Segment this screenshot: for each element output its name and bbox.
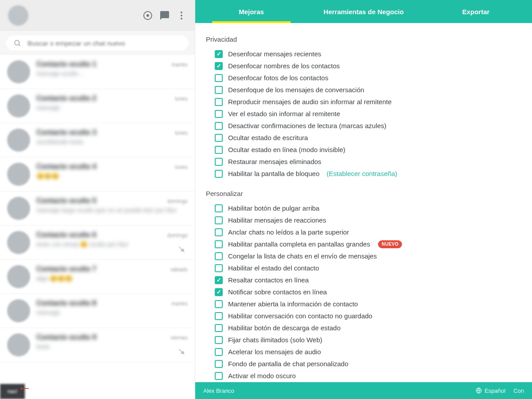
checkbox[interactable]: [215, 98, 223, 106]
checkbox[interactable]: [215, 336, 223, 344]
chat-item[interactable]: Contacto oculto 6domingotexto con emoji …: [0, 226, 195, 260]
option-row[interactable]: Ver el estado sin informar al remitente: [215, 109, 519, 118]
footer-share-label: Con: [513, 387, 524, 394]
option-row[interactable]: Ocultar estado de escritura: [215, 133, 519, 142]
option-row[interactable]: Resaltar contactos en línea: [215, 275, 519, 285]
checkbox[interactable]: [215, 134, 223, 142]
tab-bar: Mejoras Herramientas de Negocio Exportar: [195, 0, 532, 23]
checkbox[interactable]: [215, 348, 223, 356]
chat-avatar: [7, 163, 30, 186]
chat-item[interactable]: Contacto oculto 3lunesescribiendo texto: [0, 123, 195, 157]
option-row[interactable]: Restaurar mensajes eliminados: [215, 157, 519, 166]
option-row[interactable]: Habilitar botón de descarga de estado: [215, 323, 519, 332]
option-row[interactable]: Ocultar estado en línea (modo invisible): [215, 145, 519, 154]
footer-language[interactable]: Español: [476, 387, 505, 394]
checkbox[interactable]: [215, 360, 223, 368]
option-row[interactable]: Mantener abierta la información de conta…: [215, 299, 519, 309]
option-row[interactable]: Anclar chats no leídos a la parte superi…: [215, 227, 519, 237]
checkbox[interactable]: [215, 170, 223, 178]
chat-item[interactable]: Contacto oculto 1martesmensaje oculto …: [0, 55, 195, 89]
checkbox[interactable]: [215, 228, 223, 236]
option-row[interactable]: Notificar sobre contactos en línea: [215, 287, 519, 297]
option-label: Habilitar la pantalla de bloqueo: [228, 169, 319, 178]
checkbox[interactable]: [215, 264, 223, 272]
search-input[interactable]: [28, 39, 181, 47]
checkbox[interactable]: [215, 288, 223, 296]
settings-scroll: Privacidad Desenfocar mensajes recientes…: [195, 23, 532, 382]
option-row[interactable]: Acelerar los mensajes de audio: [215, 347, 519, 356]
status-icon[interactable]: [142, 10, 153, 21]
checkbox[interactable]: [215, 372, 223, 380]
option-label: Habilitar conversación con contacto no g…: [228, 311, 372, 321]
new-badge: NUEVO: [378, 240, 402, 248]
checkbox[interactable]: [215, 158, 223, 166]
option-row[interactable]: Desenfoque de los mensajes de conversaci…: [215, 85, 519, 94]
chat-preview: mensaje largo oculto que no se puede lee…: [36, 207, 188, 214]
option-row[interactable]: Habilitar botón de pulgar arriba: [215, 203, 519, 213]
option-row[interactable]: Habilitar pantalla completa en pantallas…: [215, 239, 519, 249]
checkbox[interactable]: [215, 50, 223, 58]
chat-avatar: [7, 129, 30, 152]
option-link[interactable]: (Establecer contraseña): [327, 169, 397, 178]
option-row[interactable]: Desenfocar nombres de los contactos: [215, 61, 519, 70]
option-label: Activar el modo oscuro: [228, 371, 296, 380]
option-row[interactable]: Habilitar conversación con contacto no g…: [215, 311, 519, 321]
chat-list: Contacto oculto 1martesmensaje oculto …C…: [0, 55, 195, 399]
option-row[interactable]: Congelar la lista de chats en el envío d…: [215, 251, 519, 261]
footer-author: Alex Branco: [203, 387, 234, 394]
tab-improvements[interactable]: Mejoras: [195, 0, 307, 23]
menu-icon[interactable]: [176, 10, 187, 21]
chat-item[interactable]: Contacto oculto 2lunesmensaje: [0, 89, 195, 123]
checkbox[interactable]: [215, 312, 223, 320]
chat-item[interactable]: Contacto oculto 8martesmensaje: [0, 294, 195, 328]
option-row[interactable]: Desenfocar mensajes recientes: [215, 49, 519, 59]
option-row[interactable]: Activar el modo oscuro: [215, 371, 519, 380]
tab-label: Exportar: [462, 8, 490, 16]
option-label: Habilitar botón de descarga de estado: [228, 323, 341, 332]
checkbox[interactable]: [215, 86, 223, 94]
option-label: Fijar chats ilimitados (solo Web): [228, 335, 322, 344]
checkbox[interactable]: [215, 74, 223, 82]
chat-time: sábado: [170, 266, 188, 273]
chat-item[interactable]: Contacto oculto 9viernestexto: [0, 328, 195, 362]
footer-share[interactable]: Con: [513, 387, 524, 394]
checkbox[interactable]: [215, 216, 223, 224]
checkbox[interactable]: [215, 252, 223, 260]
option-row[interactable]: Desenfocar fotos de los contactos: [215, 73, 519, 82]
chat-item[interactable]: Contacto oculto 5domingomensaje largo oc…: [0, 192, 195, 226]
option-label: Congelar la lista de chats en el envío d…: [228, 251, 377, 261]
option-row[interactable]: Desactivar confirmaciones de lectura (ma…: [215, 121, 519, 130]
checkbox[interactable]: [215, 62, 223, 70]
new-chat-icon[interactable]: [159, 10, 170, 21]
option-row[interactable]: Habilitar mensajes de reacciones: [215, 215, 519, 225]
option-label: Fondo de pantalla de chat personalizado: [228, 359, 348, 368]
checkbox[interactable]: [215, 146, 223, 154]
option-row[interactable]: Habilitar la pantalla de bloqueo(Estable…: [215, 169, 519, 178]
user-avatar[interactable]: [8, 5, 28, 26]
checkbox[interactable]: [215, 300, 223, 308]
svg-line-6: [19, 44, 20, 46]
checkbox[interactable]: [215, 122, 223, 130]
checkbox[interactable]: [215, 324, 223, 332]
option-row[interactable]: Reproducir mensajes de audio sin informa…: [215, 97, 519, 106]
checkbox[interactable]: [215, 204, 223, 212]
option-row[interactable]: Fondo de pantalla de chat personalizado: [215, 359, 519, 368]
footer-bar: Alex Branco Español Con: [195, 382, 532, 399]
chat-avatar: [7, 197, 30, 220]
tab-business[interactable]: Herramientas de Negocio: [307, 0, 420, 23]
chat-time: martes: [171, 62, 188, 68]
search-icon: [13, 39, 21, 47]
checkbox[interactable]: [215, 110, 223, 118]
footer-language-label: Español: [485, 387, 505, 394]
chat-sidebar: Contacto oculto 1martesmensaje oculto …C…: [0, 0, 195, 399]
option-row[interactable]: Fijar chats ilimitados (solo Web): [215, 335, 519, 344]
chat-item[interactable]: Contacto oculto 4lunes😊😊😊: [0, 157, 195, 192]
option-row[interactable]: Habilitar el estado del contacto: [215, 263, 519, 273]
option-label: Acelerar los mensajes de audio: [228, 347, 321, 356]
chat-time: lunes: [175, 130, 188, 136]
tab-export[interactable]: Exportar: [420, 0, 532, 23]
checkbox[interactable]: [215, 276, 223, 284]
checkbox[interactable]: [215, 240, 223, 248]
chat-item[interactable]: Contacto oculto 7sábadoalgo 😊😊😊: [0, 260, 195, 294]
chat-name: Contacto oculto 3: [36, 129, 96, 137]
